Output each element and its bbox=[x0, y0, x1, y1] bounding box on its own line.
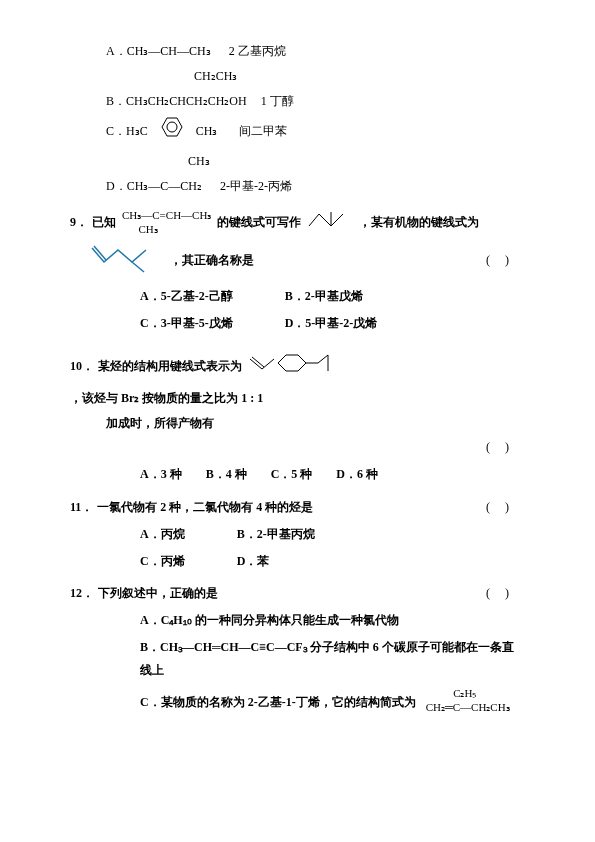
option-prefix: A． bbox=[106, 40, 127, 63]
option-d: D．6 种 bbox=[336, 463, 378, 486]
question-number: 12． bbox=[70, 582, 94, 605]
svg-marker-6 bbox=[278, 355, 306, 371]
structure-formula-c: C₂H₅ CH₂═C—CH₂CH₃ bbox=[426, 686, 510, 715]
option-a: A．丙烷 bbox=[140, 523, 185, 546]
svg-point-1 bbox=[167, 122, 177, 132]
compound-name: 2 乙基丙烷 bbox=[229, 40, 286, 63]
option-a: A．5-乙基-2-己醇 bbox=[140, 285, 233, 308]
option-d: D．苯 bbox=[237, 550, 270, 573]
lead-text: 已知 bbox=[92, 211, 116, 234]
stem-text: 一氯代物有 2 种，二氯代物有 4 种的烃是 bbox=[97, 496, 313, 519]
mid-text-1: 的键线式可写作 bbox=[217, 211, 301, 234]
option-prefix: B． bbox=[106, 90, 126, 113]
q12-option-a: A．C₄H₁₀ 的一种同分异构体只能生成一种氯代物 bbox=[70, 609, 525, 632]
q12-option-b: B．CH₃—CH═CH—C≡C—CF₃ 分子结构中 6 个碳原子可能都在一条直线… bbox=[70, 636, 525, 682]
answer-paren: ( ) bbox=[486, 496, 525, 519]
option-prefix: C． bbox=[106, 120, 126, 143]
q11-options-row1: A．丙烷 B．2-甲基丙烷 bbox=[70, 523, 525, 546]
formula: CH₃—C—CH₂ bbox=[127, 175, 202, 198]
left-group: H₃C bbox=[126, 120, 148, 143]
question-number: 11． bbox=[70, 496, 93, 519]
compound-name: 间二甲苯 bbox=[239, 120, 287, 143]
lead-text: 某烃的结构用键线式表示为 bbox=[98, 355, 242, 378]
answer-paren: ( ) bbox=[486, 582, 525, 605]
q9-stem-line2: ，其正确名称是 ( ) bbox=[70, 240, 525, 282]
structure-formula: CH₃—C=CH—CH₃ CH₃ bbox=[122, 209, 211, 235]
q9-stem-line1: 9． 已知 CH₃—C=CH—CH₃ CH₃ 的键线式可写作 ，某有机物的键线式… bbox=[70, 208, 525, 238]
skeletal-formula-1-icon bbox=[307, 208, 353, 238]
q10-stem-line1: 10． 某烃的结构用键线式表示为 ，该烃与 Br₂ 按物质的量之比为 1 : 1 bbox=[70, 347, 525, 410]
q12-stem: 12． 下列叙述中，正确的是 ( ) bbox=[70, 582, 525, 605]
option-c-text: C．某物质的名称为 2-乙基-1-丁烯，它的结构简式为 bbox=[140, 691, 416, 714]
answer-paren: ( ) bbox=[486, 436, 525, 459]
q10-stem-line2: 加成时，所得产物有 bbox=[70, 412, 525, 435]
line2-text: 加成时，所得产物有 bbox=[106, 412, 214, 435]
option-b: B．4 种 bbox=[206, 463, 247, 486]
q11-stem: 11． 一氯代物有 2 种，二氯代物有 4 种的烃是 ( ) bbox=[70, 496, 525, 519]
q10-options: A．3 种 B．4 种 C．5 种 D．6 种 bbox=[70, 463, 525, 486]
q9-options-row2: C．3-甲基-5-戊烯 D．5-甲基-2-戊烯 bbox=[70, 312, 525, 335]
formula: CH₃CH₂CHCH₂CH₂OH bbox=[126, 90, 247, 113]
question-number: 10． bbox=[70, 355, 94, 378]
top-substituent: CH₃ bbox=[188, 150, 210, 173]
q8-option-c: C． H₃C CH₃ 间二甲苯 bbox=[70, 114, 525, 148]
question-number: 9． bbox=[70, 211, 88, 234]
option-c: C．3-甲基-5-戊烯 bbox=[140, 312, 233, 335]
option-c: C．丙烯 bbox=[140, 550, 185, 573]
tail-text: ，其正确名称是 bbox=[170, 249, 254, 272]
stem-text: 下列叙述中，正确的是 bbox=[98, 582, 218, 605]
formula: CH₃—CH—CH₃ bbox=[127, 40, 211, 63]
svg-line-4 bbox=[132, 262, 144, 272]
compound-name: 1 丁醇 bbox=[261, 90, 294, 113]
q11-options-row2: C．丙烯 D．苯 bbox=[70, 550, 525, 573]
svg-marker-0 bbox=[162, 118, 182, 136]
right-group: CH₃ bbox=[196, 120, 218, 143]
option-b: B．2-甲基戊烯 bbox=[285, 285, 363, 308]
option-prefix: D． bbox=[106, 175, 127, 198]
option-c: C．5 种 bbox=[271, 463, 313, 486]
benzene-ring-icon bbox=[152, 114, 192, 148]
q9-options-row1: A．5-乙基-2-己醇 B．2-甲基戊烯 bbox=[70, 285, 525, 308]
skeletal-formula-ring-icon bbox=[248, 347, 344, 387]
option-a: A．3 种 bbox=[140, 463, 182, 486]
top-substituent: CH₂CH₃ bbox=[194, 65, 237, 88]
q8-option-b: CH₂CH₃ B． CH₃CH₂CHCH₂CH₂OH 1 丁醇 bbox=[70, 65, 525, 113]
q8-option-a: A． CH₃—CH—CH₃ 2 乙基丙烷 bbox=[70, 40, 525, 63]
mid-text: ，该烃与 Br₂ 按物质的量之比为 1 : 1 bbox=[70, 387, 263, 410]
option-d: D．5-甲基-2-戊烯 bbox=[285, 312, 378, 335]
compound-name: 2-甲基-2-丙烯 bbox=[220, 175, 292, 198]
answer-paren: ( ) bbox=[486, 249, 525, 272]
skeletal-formula-2-icon bbox=[90, 240, 170, 282]
option-b: B．2-甲基丙烷 bbox=[237, 523, 315, 546]
q8-option-d: CH₃ D． CH₃—C—CH₂ 2-甲基-2-丙烯 bbox=[70, 150, 525, 198]
q10-paren-row: ( ) bbox=[70, 436, 525, 459]
mid-text-2: ，某有机物的键线式为 bbox=[359, 211, 479, 234]
q12-option-c: C．某物质的名称为 2-乙基-1-丁烯，它的结构简式为 C₂H₅ CH₂═C—C… bbox=[70, 686, 525, 715]
